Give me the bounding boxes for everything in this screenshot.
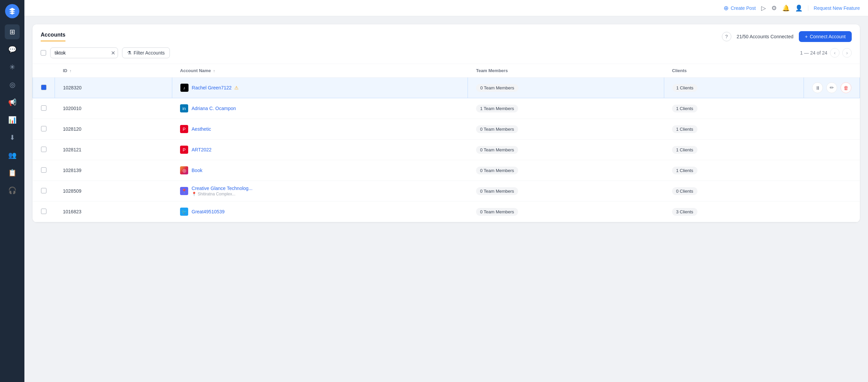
connect-btn-label: Connect Account [810,34,846,39]
delete-button[interactable]: 🗑 [841,165,851,176]
sidebar-item-analytics[interactable]: ✳ [5,60,20,75]
account-name-link[interactable]: Great49510539 [192,209,224,214]
sidebar-item-connections[interactable]: ◎ [5,77,20,92]
sidebar-item-team[interactable]: 👥 [5,148,20,163]
connections-icon: ◎ [9,81,15,89]
sidebar-item-reports[interactable]: 📊 [5,112,20,127]
logo[interactable] [5,4,19,18]
edit-button[interactable]: ✏ [826,165,837,176]
plus-circle-icon: ⊕ [724,4,729,12]
row-account-name-cell: ◎ Book [172,160,468,181]
sidebar-item-support[interactable]: 🎧 [5,183,20,198]
twitter-platform-icon: 🐦 [180,208,188,216]
delete-button[interactable]: 🗑 [841,82,851,93]
other-platform-icon: 📍 [180,187,188,195]
tiktok-platform-icon: ♪ [180,84,189,92]
team-badge: 0 Team Members [476,187,518,195]
edit-button[interactable]: ✏ [826,144,837,155]
delete-button[interactable]: 🗑 [841,124,851,134]
filter-accounts-button[interactable]: ⚗ Filter Accounts [122,47,170,58]
edit-button[interactable]: ✏ [826,186,837,196]
help-icon[interactable]: ? [722,32,731,41]
settings-icon[interactable]: ⚙ [771,4,777,12]
accounts-table: ID ↑ Account Name ↑ Team Members Clients [33,64,860,222]
team-badge: 0 Team Members [476,125,518,133]
pause-button[interactable]: ⏸ [812,124,823,134]
search-input[interactable] [50,47,118,58]
sidebar-item-inbox[interactable]: ⬇ [5,130,20,145]
clear-search-icon[interactable]: ✕ [111,50,115,56]
clients-badge: 0 Clients [672,187,697,195]
edit-button[interactable]: ✏ [826,206,837,217]
pause-button[interactable]: ⏸ [812,165,823,176]
edit-button[interactable]: ✏ [826,103,837,114]
pause-button[interactable]: ⏸ [812,206,823,217]
prev-page-button[interactable]: ‹ [830,48,840,58]
connect-account-button[interactable]: + Connect Account [799,31,852,42]
team-badge: 0 Team Members [476,208,518,216]
table-row: 1028139 ◎ Book 0 Team Members 1 Clients … [33,160,860,181]
play-icon[interactable]: ▷ [761,4,766,12]
clients-badge: 1 Clients [672,167,697,174]
table-row: 1020010 in Adriana C. Ocampon 1 Team Mem… [33,98,860,119]
clients-badge: 1 Clients [672,84,698,92]
row-checkbox-0[interactable] [41,85,46,90]
row-checkbox-4[interactable] [41,167,46,173]
account-name-link[interactable]: ART2022 [192,147,212,152]
create-post-button[interactable]: ⊕ Create Post [724,4,756,12]
delete-button[interactable]: 🗑 [841,206,851,217]
col-name-header: Account Name ↑ [172,64,468,78]
delete-button[interactable]: 🗑 [841,186,851,196]
user-icon[interactable]: 👤 [795,4,803,12]
table-row: 1028121 P ART2022 0 Team Members 1 Clien… [33,140,860,160]
sidebar-item-campaigns[interactable]: 📢 [5,95,20,110]
sidebar-item-dashboard[interactable]: ⊞ [5,24,20,39]
row-clients: 1 Clients [664,78,804,98]
next-page-button[interactable]: › [842,48,852,58]
account-name-link[interactable]: Book [192,168,202,173]
team-badge: 0 Team Members [476,84,518,92]
create-post-label: Create Post [731,5,756,11]
row-checkbox-6[interactable] [41,209,46,214]
topbar: ⊕ Create Post ▷ ⚙ 🔔 👤 Request New Featur… [24,0,868,16]
edit-button[interactable]: ✏ [826,82,837,93]
row-checkbox-2[interactable] [41,126,46,131]
row-actions: ⏸ ✏ 🗑 [812,82,851,93]
request-feature-link[interactable]: Request New Feature [808,5,860,11]
delete-button[interactable]: 🗑 [841,144,851,155]
pinterest-platform-icon: P [180,146,188,154]
row-clients: 1 Clients [664,140,804,160]
delete-button[interactable]: 🗑 [841,103,851,114]
select-all-checkbox[interactable] [41,50,46,56]
sidebar-item-tasks[interactable]: 📋 [5,165,20,180]
accounts-connected-label: 21/50 Accounts Connected [737,34,793,39]
table-row: 1016823 🐦 Great49510539 0 Team Members 3… [33,201,860,222]
sidebar: ⊞ 💬 ✳ ◎ 📢 📊 ⬇ 👥 📋 🎧 [0,0,24,382]
row-id: 1016823 [55,201,172,222]
clients-badge: 1 Clients [672,125,697,133]
table-header-row: ID ↑ Account Name ↑ Team Members Clients [33,64,860,78]
row-clients: 3 Clients [664,201,804,222]
account-name-link[interactable]: Rachel Green7122 [192,85,232,90]
col-actions-header [804,64,860,78]
col-checkbox [33,64,55,78]
card-header-right: ? 21/50 Accounts Connected + Connect Acc… [722,31,852,42]
row-checkbox-1[interactable] [41,105,46,111]
notifications-icon[interactable]: 🔔 [782,4,790,12]
pause-button[interactable]: ⏸ [812,82,823,93]
account-name-link[interactable]: Creative Glance Technolog... [192,186,253,191]
team-badge: 0 Team Members [476,167,518,174]
filter-left: ✕ ⚗ Filter Accounts [41,47,170,58]
pause-button[interactable]: ⏸ [812,144,823,155]
pause-button[interactable]: ⏸ [812,103,823,114]
id-sort-icon: ↑ [70,69,72,73]
filter-btn-label: Filter Accounts [134,50,165,56]
edit-button[interactable]: ✏ [826,124,837,134]
row-checkbox-3[interactable] [41,147,46,152]
row-checkbox-5[interactable] [41,188,46,193]
pause-button[interactable]: ⏸ [812,186,823,196]
account-name-link[interactable]: Aesthetic [192,126,211,132]
account-name-link[interactable]: Adriana C. Ocampon [192,106,236,111]
name-sort-icon: ↑ [213,69,215,73]
sidebar-item-messages[interactable]: 💬 [5,42,20,57]
